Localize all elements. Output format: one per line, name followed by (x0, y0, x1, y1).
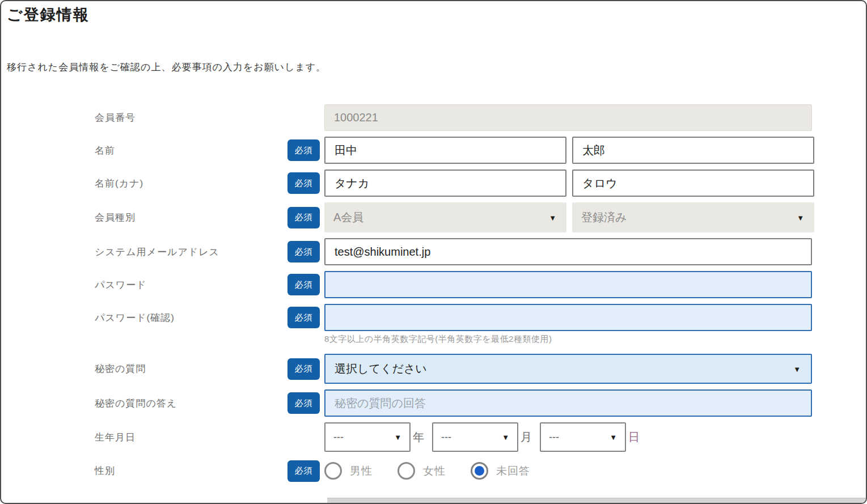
row-password: パスワード 必須 (1, 271, 812, 298)
last-name-input[interactable] (324, 137, 566, 164)
row-birthdate: 生年月日 --- ▼ 年 --- ▼ 月 --- ▼ 日 (1, 422, 812, 452)
member-number-field (324, 104, 812, 131)
password-label: パスワード (1, 278, 287, 291)
row-member-type: 会員種別 必須 A会員 ▼ 登録済み ▼ (1, 202, 812, 232)
row-secret-answer: 秘密の質問の答え 必須 (1, 389, 812, 417)
chevron-down-icon: ▼ (793, 365, 801, 373)
chevron-down-icon: ▼ (610, 433, 617, 442)
row-name-kana: 名前(カナ) 必須 (1, 170, 812, 197)
row-password-hint: 8文字以上の半角英数字記号(半角英数字を最低2種類使用) (1, 332, 812, 346)
required-badge: 必須 (287, 358, 320, 380)
name-kana-label: 名前(カナ) (1, 177, 287, 190)
birth-day-value: --- (549, 431, 559, 443)
first-name-input[interactable] (572, 137, 814, 164)
row-name: 名前 必須 (1, 137, 812, 164)
radio-icon (397, 462, 415, 480)
member-type-select: A会員 ▼ (324, 202, 566, 232)
registration-page: ご登録情報 移行された会員情報をご確認の上、必要事項の入力をお願いします。 会員… (0, 0, 867, 504)
gender-label: 性別 (1, 464, 287, 477)
birth-year-value: --- (333, 431, 344, 443)
gender-radio-noanswer[interactable]: 未回答 (471, 462, 530, 480)
member-type-label: 会員種別 (1, 211, 287, 224)
required-badge: 必須 (287, 274, 320, 295)
name-label: 名前 (1, 144, 287, 157)
radio-icon (471, 462, 488, 480)
row-member-number: 会員番号 (1, 104, 812, 131)
birthdate-label: 生年月日 (1, 431, 287, 444)
member-type-value: A会員 (333, 210, 363, 225)
secret-question-value: 選択してください (335, 361, 427, 376)
gender-male-label: 男性 (350, 464, 373, 478)
last-name-kana-input[interactable] (324, 170, 566, 197)
registration-form: 会員番号 名前 必須 名前(カナ) 必須 (1, 104, 866, 490)
system-email-input[interactable] (324, 238, 812, 265)
year-suffix: 年 (413, 430, 424, 445)
member-status-value: 登録済み (581, 210, 627, 225)
required-badge: 必須 (287, 172, 320, 194)
gender-radio-male[interactable]: 男性 (324, 462, 373, 480)
chevron-down-icon: ▼ (549, 213, 556, 222)
row-password-confirm: パスワード(確認) 必須 (1, 304, 812, 331)
chevron-down-icon: ▼ (502, 433, 509, 442)
birth-month-select[interactable]: --- ▼ (432, 422, 518, 452)
system-email-label: システム用メールアドレス (1, 245, 287, 259)
secret-question-label: 秘密の質問 (1, 362, 287, 375)
required-badge: 必須 (287, 139, 320, 161)
gender-noanswer-label: 未回答 (496, 464, 530, 478)
password-confirm-input[interactable] (324, 304, 812, 331)
page-subtitle: 移行された会員情報をご確認の上、必要事項の入力をお願いします。 (7, 61, 326, 74)
gender-female-label: 女性 (423, 464, 446, 478)
chevron-down-icon: ▼ (394, 433, 401, 442)
birth-month-value: --- (441, 431, 451, 443)
row-secret-question: 秘密の質問 必須 選択してください ▼ (1, 354, 812, 384)
page-title: ご登録情報 (7, 5, 90, 25)
first-name-kana-input[interactable] (572, 170, 814, 197)
password-hint: 8文字以上の半角英数字記号(半角英数字を最低2種類使用) (324, 334, 552, 345)
secret-answer-input[interactable] (324, 389, 812, 417)
password-input[interactable] (324, 271, 812, 298)
required-badge: 必須 (287, 460, 320, 482)
row-gender: 性別 必須 男性 女性 未回答 (1, 458, 812, 484)
birth-day-select[interactable]: --- ▼ (540, 422, 626, 452)
secret-question-select[interactable]: 選択してください ▼ (324, 354, 812, 384)
member-number-label: 会員番号 (1, 111, 287, 124)
chevron-down-icon: ▼ (797, 213, 804, 222)
month-suffix: 月 (521, 430, 532, 445)
required-badge: 必須 (287, 392, 320, 414)
gender-radio-female[interactable]: 女性 (397, 462, 446, 480)
required-badge: 必須 (287, 207, 320, 228)
member-status-select: 登録済み ▼ (572, 202, 814, 232)
radio-icon (324, 462, 342, 480)
next-field-cutoff (327, 498, 866, 503)
password-confirm-label: パスワード(確認) (1, 311, 287, 324)
birth-year-select[interactable]: --- ▼ (324, 422, 411, 452)
secret-answer-label: 秘密の質問の答え (1, 397, 287, 410)
gender-radio-group: 男性 女性 未回答 (324, 462, 530, 480)
row-system-email: システム用メールアドレス 必須 (1, 238, 812, 265)
required-badge: 必須 (287, 307, 320, 328)
required-badge: 必須 (287, 241, 320, 262)
day-suffix: 日 (628, 430, 640, 445)
